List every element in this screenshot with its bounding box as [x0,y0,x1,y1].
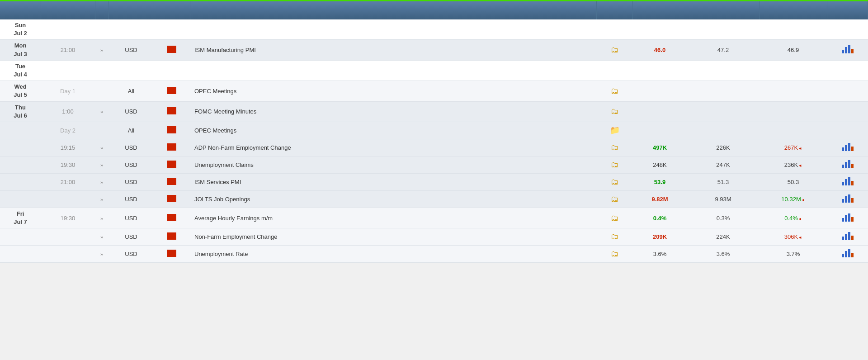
event-cell: ISM Manufacturing PMI [190,40,597,60]
detail-cell [597,19,633,40]
graph-cell[interactable] [827,208,868,228]
actual-cell [633,81,687,101]
detail-cell[interactable]: 🗂 [597,208,633,228]
graph-cell [827,19,868,40]
chevron-cell [95,122,108,139]
date-cell [0,173,41,190]
impact-flag [167,143,176,151]
previous-cell: 50.3 [760,173,827,190]
bar-chart-icon[interactable] [842,143,854,151]
detail-cell[interactable]: 🗂 [597,246,633,263]
actual-cell: 497K [633,139,687,156]
date-cell [0,190,41,208]
chevron-icon: » [100,234,103,240]
time-cell [41,228,95,246]
detail-cell[interactable]: 🗂 [597,81,633,101]
detail-cell[interactable]: 📁 [597,122,633,139]
bar-chart-icon[interactable] [842,249,854,257]
folder-open-icon[interactable]: 🗂 [611,213,619,223]
graph-cell[interactable] [827,101,868,122]
main-container: SunJul 2 MonJul 3 21:00 » USD ISM Manufa… [0,0,868,263]
impact-cell [154,208,190,228]
col-header-detail [597,1,633,19]
folder-open-icon[interactable]: 🗂 [611,160,619,170]
actual-cell [633,60,687,81]
detail-cell[interactable]: 🗂 [597,190,633,208]
graph-cell[interactable] [827,81,868,101]
previous-cell: 10.32M◄ [760,190,827,208]
previous-arrow-icon: ◄ [798,217,802,221]
impact-flag [167,126,176,133]
graph-cell[interactable] [827,40,868,60]
detail-cell[interactable]: 🗂 [597,139,633,156]
folder-open-icon[interactable]: 🗂 [611,232,619,242]
bar-chart-icon[interactable] [842,177,854,185]
time-cell: 1:00 [41,101,95,122]
folder-open-icon[interactable]: 🗂 [611,143,619,152]
folder-open-icon[interactable]: 🗂 [611,86,619,96]
impact-flag [167,87,176,94]
previous-cell [760,101,827,122]
actual-cell: 46.0 [633,40,687,60]
actual-cell [633,101,687,122]
impact-flag [167,46,176,53]
date-cell [0,246,41,263]
detail-cell[interactable]: 🗂 [597,156,633,173]
chevron-icon: » [100,47,103,53]
previous-cell [760,60,827,81]
bar-chart-icon[interactable] [842,232,854,240]
folder-icon[interactable]: 📁 [610,125,620,135]
col-header-forecast [687,1,760,19]
bar-chart-icon[interactable] [842,160,854,168]
folder-open-icon[interactable]: 🗂 [611,249,619,259]
event-cell: OPEC Meetings [190,81,597,101]
graph-cell[interactable] [827,228,868,246]
forecast-cell [687,122,760,139]
previous-cell: 0.4%◄ [760,208,827,228]
chevron-cell [95,81,108,101]
impact-cell [154,60,190,81]
currency-cell: All [108,81,154,101]
actual-cell [633,19,687,40]
folder-open-icon[interactable]: 🗂 [611,45,619,55]
bar-chart-icon[interactable] [842,194,854,203]
forecast-cell: 247K [687,156,760,173]
graph-cell[interactable] [827,173,868,190]
detail-cell[interactable]: 🗂 [597,228,633,246]
chevron-cell [95,19,108,40]
event-cell: Unemployment Claims [190,156,597,173]
chevron-icon: » [100,197,103,202]
col-header-time[interactable] [41,1,95,19]
graph-cell[interactable] [827,246,868,263]
graph-cell[interactable] [827,156,868,173]
graph-cell[interactable] [827,139,868,156]
folder-open-icon[interactable]: 🗂 [611,107,619,116]
event-cell [190,19,597,40]
event-cell [190,60,597,81]
date-cell: ThuJul 6 [0,101,41,122]
graph-cell[interactable] [827,122,868,139]
bar-chart-icon[interactable] [842,45,854,53]
event-cell: ADP Non-Farm Employment Change [190,139,597,156]
detail-cell[interactable]: 🗂 [597,173,633,190]
previous-arrow-icon: ◄ [798,235,802,240]
event-cell: JOLTS Job Openings [190,190,597,208]
folder-open-icon[interactable]: 🗂 [611,177,619,187]
detail-cell[interactable]: 🗂 [597,101,633,122]
impact-cell [154,40,190,60]
impact-cell [154,228,190,246]
bar-chart-icon[interactable] [842,213,854,222]
col-header-graph [827,1,868,19]
chevron-cell: » [95,40,108,60]
chevron-icon: » [100,162,103,168]
graph-cell[interactable] [827,190,868,208]
detail-cell[interactable]: 🗂 [597,40,633,60]
forecast-cell: 3.6% [687,246,760,263]
currency-cell: USD [108,101,154,122]
chevron-cell: » [95,190,108,208]
date-cell [0,139,41,156]
date-cell: WedJul 5 [0,81,41,101]
impact-flag [167,195,176,202]
time-cell: Day 2 [41,122,95,139]
folder-open-icon[interactable]: 🗂 [611,194,619,204]
